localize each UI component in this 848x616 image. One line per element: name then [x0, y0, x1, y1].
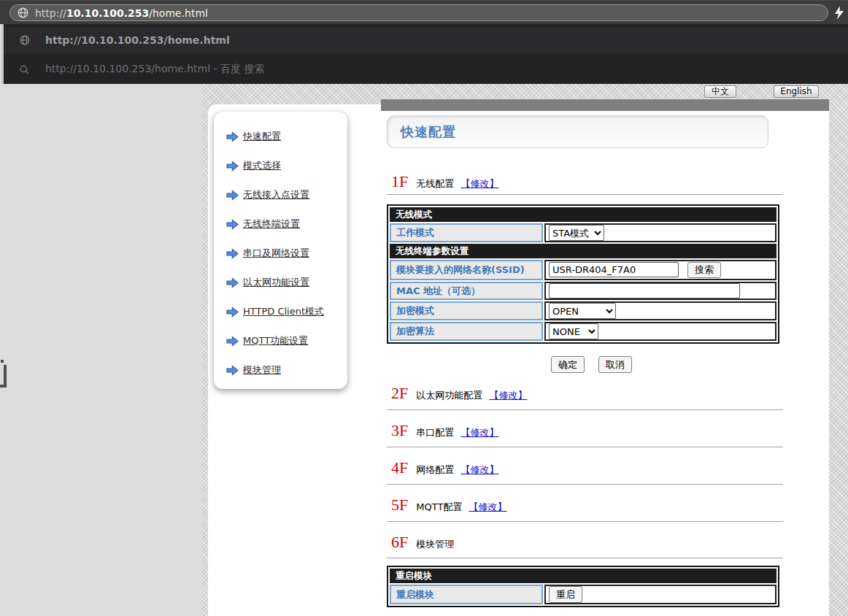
work-mode-select[interactable]: STA模式: [549, 225, 604, 241]
restart-table: 重启模块 重启模块 重启: [387, 566, 779, 607]
edge-artifact: [1, 360, 4, 363]
screen: http://10.10.100.253/home.html http://10…: [0, 0, 848, 616]
mac-input[interactable]: [549, 283, 740, 299]
arrow-right-icon: [226, 131, 239, 142]
sidebar-item-module-mgmt[interactable]: 模块管理: [214, 355, 347, 385]
main-content: 快速配置 1F 无线配置 【修改】 无线模式 工作模式 STA模式 无线终端参数…: [387, 115, 783, 616]
content-top-bar: [381, 99, 829, 111]
globe-icon: [20, 35, 30, 45]
restart-label: 重启模块: [390, 585, 543, 604]
sidebar-item-mqtt[interactable]: MQTT功能设置: [214, 326, 347, 355]
url-suggestion-history[interactable]: http://10.10.100.253/home.html: [4, 27, 848, 53]
search-icon: [20, 65, 29, 74]
table-header-wireless-mode: 无线模式: [390, 207, 776, 222]
section-divider: [387, 521, 783, 522]
sidebar-item-uart-network[interactable]: 串口及网络设置: [214, 239, 347, 268]
section-divider: [387, 194, 783, 195]
modify-link-wireless[interactable]: 【修改】: [460, 178, 498, 189]
sidebar-item-sta-settings[interactable]: 无线终端设置: [214, 209, 347, 239]
section-heading-6f: 6F 模块管理: [391, 533, 457, 552]
encryption-algorithm-select[interactable]: NONE: [549, 323, 598, 339]
confirm-button[interactable]: 确定: [551, 356, 585, 373]
page-title: 快速配置: [401, 123, 456, 141]
section-heading-1f: 1F 无线配置 【修改】: [391, 172, 498, 191]
suggestion-text: http://10.10.100.253/home.html: [45, 34, 230, 46]
section-heading-5f: 5F MQTT配置 【修改】: [391, 496, 507, 515]
cancel-button[interactable]: 取消: [598, 356, 632, 373]
encryption-algorithm-label: 加密算法: [390, 322, 543, 341]
globe-icon: [18, 7, 28, 18]
table-header-restart: 重启模块: [390, 569, 776, 583]
arrow-right-icon: [226, 190, 239, 201]
encryption-mode-select[interactable]: OPEN: [549, 303, 616, 319]
section-heading-2f: 2F 以太网功能配置 【修改】: [391, 384, 527, 403]
edge-artifact: [0, 365, 7, 388]
sidebar-item-httpd-client[interactable]: HTTPD Client模式: [214, 297, 347, 326]
suggestion-text: http://10.10.100.253/home.html - 百度 搜索: [45, 63, 264, 76]
lightning-icon[interactable]: [834, 6, 844, 20]
section-divider: [387, 447, 783, 447]
section-divider: [387, 484, 783, 485]
modify-link-network[interactable]: 【修改】: [460, 464, 498, 475]
browser-toolbar: http://10.10.100.253/home.html: [0, 0, 848, 24]
ssid-label: 模块要接入的网络名称(SSID): [390, 260, 543, 280]
wireless-config-table: 无线模式 工作模式 STA模式 无线终端参数设置 模块要接入的网络名称(SSID…: [387, 204, 779, 344]
section-heading-4f: 4F 网络配置 【修改】: [391, 458, 498, 477]
url-suggestion-search[interactable]: http://10.10.100.253/home.html - 百度 搜索: [4, 56, 848, 82]
sidebar-nav: 快速配置 模式选择 无线接入点设置 无线终端设置 串口及网络设置 以太网功能设置…: [214, 112, 347, 389]
section-divider: [387, 558, 783, 558]
arrow-right-icon: [226, 277, 239, 288]
encryption-mode-label: 加密模式: [390, 301, 543, 320]
sidebar-item-ap-settings[interactable]: 无线接入点设置: [214, 180, 347, 209]
ssid-input[interactable]: [549, 262, 679, 277]
arrow-right-icon: [226, 336, 239, 347]
modify-link-uart[interactable]: 【修改】: [460, 427, 498, 438]
arrow-right-icon: [226, 365, 239, 376]
section-divider: [387, 409, 783, 410]
address-text: http://10.10.100.253/home.html: [35, 7, 208, 19]
arrow-right-icon: [226, 161, 239, 172]
language-button-chinese[interactable]: 中文: [704, 85, 736, 98]
section-heading-3f: 3F 串口配置 【修改】: [391, 421, 498, 440]
arrow-right-icon: [226, 248, 239, 259]
sidebar-item-mode-select[interactable]: 模式选择: [214, 151, 347, 180]
language-button-english[interactable]: English: [774, 85, 819, 98]
url-suggestions-panel: http://10.10.100.253/home.html http://10…: [4, 24, 848, 84]
search-button[interactable]: 搜索: [687, 262, 721, 278]
restart-button[interactable]: 重启: [549, 586, 582, 603]
mac-label: MAC 地址（可选）: [390, 282, 543, 300]
modify-link-mqtt[interactable]: 【修改】: [469, 501, 507, 512]
form-buttons: 确定 取消: [551, 356, 632, 373]
table-header-sta-params: 无线终端参数设置: [390, 244, 776, 258]
page-title-panel: 快速配置: [387, 115, 768, 148]
work-mode-label: 工作模式: [390, 223, 543, 242]
modify-link-ethernet[interactable]: 【修改】: [489, 390, 527, 401]
arrow-right-icon: [226, 307, 239, 317]
sidebar-item-ethernet[interactable]: 以太网功能设置: [214, 268, 347, 297]
arrow-right-icon: [226, 219, 239, 230]
sidebar-item-quick-config[interactable]: 快速配置: [214, 122, 347, 151]
address-bar[interactable]: http://10.10.100.253/home.html: [9, 4, 828, 21]
